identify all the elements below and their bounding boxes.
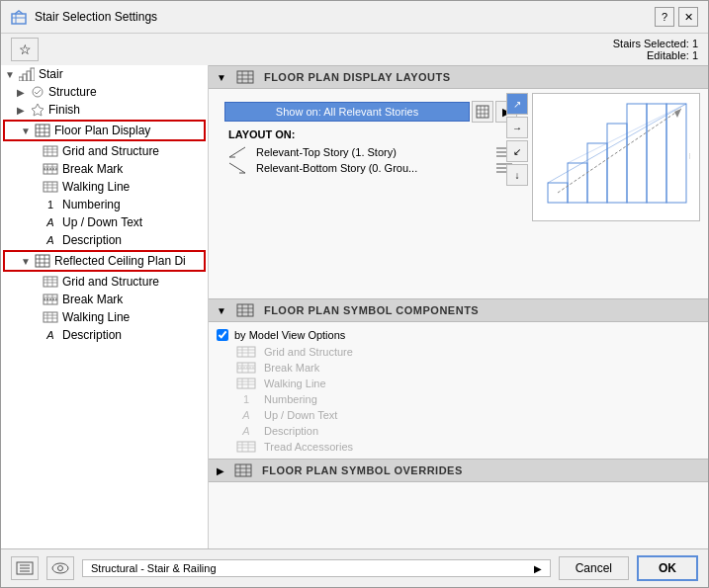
expand-icon-finish: ▶ [17, 105, 29, 116]
symbol-label-grid: Grid and Structure [264, 346, 353, 358]
overrides-content [209, 482, 708, 548]
model-view-checkbox[interactable] [217, 329, 228, 341]
help-button[interactable]: ? [655, 7, 674, 27]
overrides-section-icon [234, 463, 252, 477]
eye-button[interactable] [46, 556, 74, 580]
tree-item-grid-structure-1[interactable]: ▶ Grid and Structure [1, 142, 208, 160]
symbol-item-tread: Tread Accessories [217, 439, 700, 455]
filter-button[interactable] [11, 556, 39, 580]
tree-item-floor-plan-display[interactable]: ▼ Floor Plan Display [3, 120, 206, 141]
cancel-button[interactable]: Cancel [559, 556, 629, 580]
svg-rect-14 [44, 146, 57, 156]
svg-point-119 [58, 566, 63, 571]
layout-icon-btn-1[interactable] [472, 101, 493, 123]
arrow-right-btn[interactable]: → [506, 117, 528, 138]
star-button[interactable]: ☆ [11, 38, 39, 61]
main-window: Stair Selection Settings ? ✕ ☆ Stairs Se… [0, 0, 709, 588]
symbol-label-break: Break Mark [264, 362, 319, 374]
tree-item-walking-line-1[interactable]: ▶ Walking Line [1, 178, 208, 196]
description-icon-2: A [43, 329, 58, 341]
overrides-section-header[interactable]: ▶ FLOOR PLAN SYMBOL OVERRIDES [209, 459, 708, 482]
close-button[interactable]: ✕ [678, 7, 698, 27]
arrow-down-btn[interactable]: ↓ [506, 164, 528, 186]
svg-point-118 [52, 563, 68, 573]
floor-plan-expand-arrow: ▼ [217, 72, 226, 83]
symbol-updown-icon: A [236, 409, 256, 421]
svg-rect-99 [237, 378, 255, 388]
tree-item-break-mark-2[interactable]: ▶ Break Mark [1, 291, 208, 308]
layout-controls: Show on: All Relevant Stories [224, 101, 517, 287]
stair-preview-box: ... [532, 93, 700, 221]
floor-plan-inner: Show on: All Relevant Stories [217, 95, 700, 293]
eye-icon [51, 561, 69, 575]
symbol-break-icon [236, 362, 256, 374]
svg-rect-0 [12, 14, 26, 24]
symbol-item-numbering: 1 Numbering [217, 391, 700, 407]
tree-label-break-mark-2: Break Mark [62, 293, 123, 306]
updown-icon: A [43, 216, 58, 228]
svg-rect-88 [237, 347, 255, 357]
symbol-label-description: Description [264, 425, 318, 437]
floor-plan-icon [35, 124, 50, 137]
tree-item-numbering[interactable]: ▶ 1 Numbering [1, 196, 208, 213]
editable-label: Editable: [647, 49, 689, 61]
expand-icon-floor-plan: ▼ [21, 126, 33, 136]
symbol-expand-arrow: ▼ [217, 305, 226, 316]
tree-item-description-2[interactable]: ▶ A Description [1, 326, 208, 344]
symbol-item-description: A Description [217, 423, 700, 439]
symbol-item-break: Break Mark [217, 360, 700, 376]
arrow-down-left-btn[interactable]: ↙ [506, 140, 528, 162]
svg-text:...: ... [688, 153, 695, 159]
symbol-section-header[interactable]: ▼ FLOOR PLAN SYMBOL COMPONENTS [209, 298, 708, 322]
floor-plan-section-header[interactable]: ▼ FLOOR PLAN DISPLAY LAYOUTS [209, 65, 708, 89]
model-view-label: by Model View Options [234, 329, 345, 341]
symbol-item-updown: A Up / Down Text [217, 407, 700, 423]
symbol-item-grid: Grid and Structure [217, 344, 700, 360]
tree-label-grid-structure-1: Grid and Structure [62, 144, 159, 158]
tree-item-grid-structure-2[interactable]: ▶ Grid and Structure [1, 273, 208, 291]
ok-button[interactable]: OK [637, 555, 698, 581]
right-panel: ▼ FLOOR PLAN DISPLAY LAYOUTS Show on: [209, 65, 708, 548]
walking-line-icon-1 [43, 181, 58, 193]
tree-item-description-1[interactable]: ▶ A Description [1, 231, 208, 249]
show-on-button[interactable]: Show on: All Relevant Stories [224, 102, 470, 122]
svg-line-61 [229, 147, 245, 157]
description-icon-1: A [43, 234, 58, 246]
tree-item-break-mark-1[interactable]: ▶ Break Mark [1, 160, 208, 178]
layout-on-label: LAYOUT ON: [224, 128, 517, 140]
tree-label-numbering: Numbering [62, 198, 121, 211]
svg-rect-109 [235, 464, 251, 476]
tree-label-description-2: Description [62, 328, 122, 342]
symbol-section-icon [236, 303, 254, 317]
expand-icon-structure: ▶ [17, 87, 29, 98]
left-panel: ▼ Stair ▶ Structure [1, 65, 209, 548]
tree-item-reflected-ceiling[interactable]: ▼ Reflected Ceiling Plan Di [3, 250, 206, 272]
arrow-up-right-btn[interactable]: ↗ [506, 93, 528, 115]
tree-item-walking-line-2[interactable]: ▶ Walking Line [1, 308, 208, 326]
svg-line-78 [548, 104, 686, 183]
svg-rect-75 [627, 104, 647, 203]
tree-item-stair[interactable]: ▼ Stair [1, 65, 208, 83]
stair-icon [19, 67, 35, 81]
top-story-icon [228, 146, 246, 158]
bottom-area: Structural - Stair & Railing ▶ Cancel OK [1, 548, 708, 587]
symbol-label-updown: Up / Down Text [264, 409, 337, 421]
symbol-tread-icon [236, 441, 256, 453]
layout-row-bottom-label: Relevant-Bottom Story (0. Grou... [256, 162, 417, 174]
bottom-dropdown[interactable]: Structural - Stair & Railing ▶ [82, 559, 551, 577]
floor-plan-section-title: FLOOR PLAN DISPLAY LAYOUTS [264, 71, 451, 83]
svg-rect-30 [36, 255, 49, 267]
tree-item-structure[interactable]: ▶ Structure [1, 83, 208, 101]
symbol-label-numbering: Numbering [264, 393, 317, 405]
svg-rect-83 [237, 304, 253, 316]
svg-rect-46 [44, 312, 57, 322]
tree-item-updown-text[interactable]: ▶ A Up / Down Text [1, 213, 208, 231]
tree-label-grid-structure-2: Grid and Structure [62, 275, 159, 289]
tree-label-structure: Structure [48, 85, 97, 99]
bottom-bar: Structural - Stair & Railing ▶ Cancel OK [1, 548, 708, 587]
layout-row-top: Relevant-Top Story (1. Story) [224, 144, 517, 160]
tree-item-finish[interactable]: ▶ Finish [1, 101, 208, 119]
title-bar-controls: ? ✕ [655, 7, 698, 27]
overrides-section-title: FLOOR PLAN SYMBOL OVERRIDES [262, 464, 463, 476]
walking-line-icon-2 [43, 311, 58, 323]
